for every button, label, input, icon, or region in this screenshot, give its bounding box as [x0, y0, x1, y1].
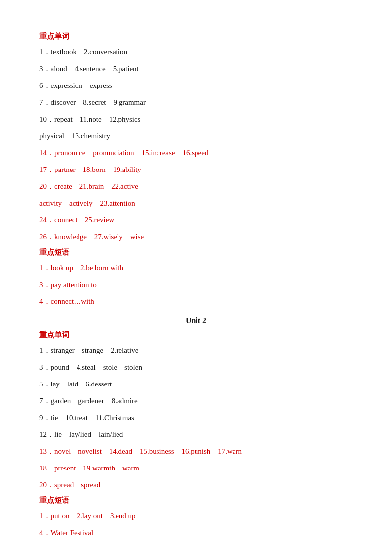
phrase: 1．look up 2.be born with: [39, 262, 353, 274]
line: 1．stranger strange 2.relative: [39, 344, 353, 356]
phrase: 4．connect…with: [39, 296, 353, 307]
line: 9．tie 10.treat 11.Christmas: [39, 412, 353, 424]
unit1-phrases-title: 重点短语: [39, 248, 353, 257]
line: 26．knowledge 27.wisely wise: [39, 231, 353, 243]
line: 13．novel novelist 14.dead 15.business 16…: [39, 445, 353, 457]
line: 12．lie lay/lied lain/lied: [39, 428, 353, 440]
line: activity actively 23.attention: [39, 197, 353, 209]
phrase: 3．pay attention to: [39, 279, 353, 291]
line: 5．lay laid 6.dessert: [39, 378, 353, 390]
line: 7．garden gardener 8.admire: [39, 395, 353, 407]
line: 1．textbook 2.conversation: [39, 46, 353, 58]
line: 20．create 21.brain 22.active: [39, 180, 353, 192]
line: 18．present 19.warmth warm: [39, 462, 353, 474]
line: 6．expression express: [39, 80, 353, 91]
unit1-phrases: 1．look up 2.be born with 3．pay attention…: [39, 262, 353, 307]
line: 14．pronounce pronunciation 15.increase 1…: [39, 147, 353, 159]
line: 7．discover 8.secret 9.grammar: [39, 96, 353, 108]
unit2-title: Unit 2: [39, 316, 353, 325]
line: 20．spread spread: [39, 479, 353, 491]
line: 3．aloud 4.sentence 5.patient: [39, 63, 353, 75]
line: physical 13.chemistry: [39, 130, 353, 142]
phrase: 4．Water Festival: [39, 527, 353, 539]
unit2-vocab-title: 重点单词: [39, 330, 353, 340]
line: 24．connect 25.review: [39, 214, 353, 226]
line: 3．pound 4.steal stole stolen: [39, 361, 353, 373]
line: 17．partner 18.born 19.ability: [39, 164, 353, 175]
unit1-vocab-lines: 1．textbook 2.conversation 3．aloud 4.sent…: [39, 46, 353, 243]
phrase: 1．put on 2.lay out 3.end up: [39, 510, 353, 522]
line: 10．repeat 11.note 12.physics: [39, 113, 353, 125]
unit2-phrases: 1．put on 2.lay out 3.end up 4．Water Fest…: [39, 510, 353, 539]
unit2-vocab-lines: 1．stranger strange 2.relative 3．pound 4.…: [39, 344, 353, 491]
unit2-phrases-title: 重点短语: [39, 496, 353, 505]
unit1-vocab-title: 重点单词: [39, 32, 353, 41]
